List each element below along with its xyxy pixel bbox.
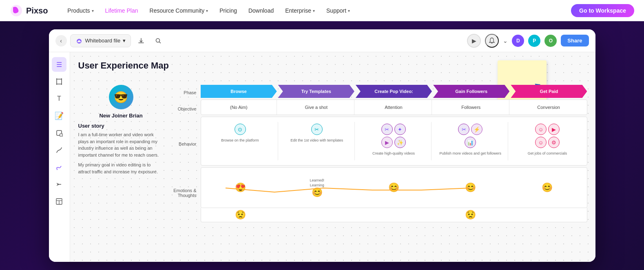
sad-emoji-placeholder2	[356, 210, 432, 220]
canvas-area: ▶ Product Manager User Experience Map 😎 …	[70, 52, 595, 262]
objective-row: (No Aim) Give a shot Attention Followers…	[201, 100, 587, 115]
connect-icon	[55, 181, 63, 188]
obj-4: Conversion	[511, 100, 587, 115]
play-button[interactable]: ▶	[467, 34, 481, 48]
ux-map: Phase Objective Behavior Emotions & Thou…	[168, 85, 587, 222]
emotion-cell-3: 😊	[433, 171, 508, 204]
notification-button[interactable]	[485, 34, 499, 48]
emotions-label: Emotions & Thoughts	[168, 170, 201, 215]
nav-resource-community[interactable]: Resource Community ▾	[150, 7, 208, 14]
obj-0: (No Aim)	[201, 100, 277, 115]
behavior-icon-smile: ☺	[535, 124, 547, 135]
sad-emoji-placeholder3	[509, 210, 585, 220]
ux-labels: Phase Objective Behavior Emotions & Thou…	[168, 85, 201, 222]
behavior-cell-3: ✂ ⚡ 📊 Publish more videos and get follow…	[433, 122, 508, 160]
diagram-title: User Experience Map	[78, 60, 591, 71]
nav-support[interactable]: Support ▾	[326, 7, 350, 14]
tool-draw[interactable]	[52, 160, 66, 175]
phase-paid: Get Paid	[511, 85, 587, 98]
whiteboard-container: ‹ Whiteboard file ▾	[49, 29, 595, 262]
tool-sticky[interactable]: 📝	[52, 108, 66, 123]
emotions-row: 😍 Learned! Learning 😊 😊	[201, 167, 587, 208]
avatar-p: P	[528, 35, 540, 47]
file-selector[interactable]: Whiteboard file ▾	[70, 34, 131, 47]
phase-try-templates: Try Templates	[278, 85, 354, 98]
svg-rect-3	[57, 79, 62, 84]
phase-followers: Gain Followers	[433, 85, 509, 98]
user-avatar: 😎	[109, 85, 133, 109]
svg-point-9	[60, 133, 63, 137]
frame-icon	[55, 78, 63, 85]
behavior-cell-2: ✂ ✦ ▶ ✨ Create high-quality videos	[356, 122, 432, 160]
nav-pricing[interactable]: Pricing	[219, 7, 237, 14]
file-chevron-icon: ▾	[123, 38, 126, 44]
tool-shape[interactable]	[52, 126, 66, 140]
table-icon	[55, 198, 63, 205]
phase-row: Browse Try Templates Create Pop Video: G…	[201, 85, 587, 98]
avatar-d: D	[512, 35, 524, 47]
obj-3: Followers	[433, 100, 509, 115]
emotion-cell-2: 😊	[356, 171, 432, 204]
ux-data-columns: Browse Try Templates Create Pop Video: G…	[201, 85, 587, 222]
emotion-label-learning: Learning	[310, 183, 324, 187]
left-toolbar: ☰ T 📝	[49, 52, 70, 262]
nav-enterprise[interactable]: Enterprise ▾	[285, 7, 315, 14]
logo[interactable]: Pixso	[10, 4, 48, 17]
behavior-icon-dollar: ☺	[535, 137, 547, 148]
more-options-button[interactable]: ⌄	[503, 38, 508, 44]
tool-pen[interactable]	[52, 143, 66, 157]
behavior-icon-magic: ✨	[394, 137, 406, 148]
share-button[interactable]: Share	[561, 35, 589, 46]
user-story-text2: My primary goal in video editing is to a…	[78, 162, 164, 175]
phase-create: Create Pop Video:	[356, 85, 432, 98]
user-story-heading: User story	[78, 123, 164, 129]
sad-emoji-1: 😟	[433, 210, 508, 220]
svg-point-10	[56, 168, 58, 170]
nav-lifetime-plan[interactable]: Lifetime Plan	[105, 7, 138, 14]
sad-emoji-0: 😟	[203, 210, 278, 220]
diagram-area: User Experience Map 😎 New Joiner Brian U…	[78, 60, 591, 262]
nav-download[interactable]: Download	[248, 7, 274, 14]
user-name: New Joiner Brian	[78, 113, 164, 119]
tool-text[interactable]: T	[52, 91, 66, 106]
search-button[interactable]	[151, 34, 165, 48]
behavior-cell-4: ☺ ▶ ☺ ⚙ Get jobs of commercials	[509, 122, 585, 160]
obj-1: Give a shot	[278, 100, 354, 115]
behavior-icon-lightning: ⚡	[471, 124, 482, 135]
tool-connect[interactable]	[52, 177, 66, 192]
search-icon	[155, 38, 162, 44]
logo-text: Pixso	[26, 6, 48, 15]
behavior-label-4: Get jobs of commercials	[528, 151, 567, 155]
tool-select[interactable]: ☰	[52, 57, 66, 72]
emotion-emoji-0: 😍	[235, 182, 246, 193]
behavior-label-2: Create high-quality videos	[372, 151, 415, 155]
outer-wrapper: ‹ Whiteboard file ▾	[0, 21, 644, 270]
emotion-label-learned: Learned!	[310, 178, 325, 182]
behavior-icon-star: ✦	[394, 124, 406, 135]
shape-icon	[55, 129, 63, 137]
sad-emotions-row: 😟 😟	[201, 208, 587, 222]
resource-community-chevron-icon: ▾	[206, 9, 208, 13]
draw-icon	[55, 164, 63, 171]
wb-right-controls: ▶ ⌄ D P O Share	[467, 34, 589, 48]
back-button[interactable]: ‹	[55, 35, 67, 46]
emotion-emoji-2: 😊	[388, 182, 399, 193]
avatar-o: O	[544, 35, 557, 47]
nav-products[interactable]: Products ▾	[67, 7, 93, 14]
emotion-emoji-1: 😊	[312, 187, 323, 198]
tool-frame[interactable]	[52, 74, 66, 89]
user-story-text: I am a full-time worker and video work p…	[78, 131, 164, 158]
emotion-cell-0: 😍	[203, 171, 278, 204]
emotions-label-text: Emotions & Thoughts	[168, 188, 197, 198]
download-button[interactable]	[134, 34, 148, 48]
emotion-cell-1: Learned! Learning 😊	[279, 171, 355, 204]
behavior-label-1: Edit the 1st video with templates	[290, 138, 343, 142]
objective-label: Objective	[168, 100, 201, 117]
emotion-cell-4: 😊	[509, 171, 585, 204]
go-to-workspace-button[interactable]: Go to Workspace	[571, 4, 634, 17]
obj-2: Attention	[356, 100, 432, 115]
products-chevron-icon: ▾	[92, 9, 94, 13]
tool-table[interactable]	[52, 194, 66, 209]
bell-icon	[488, 37, 496, 44]
download-icon	[138, 38, 144, 44]
